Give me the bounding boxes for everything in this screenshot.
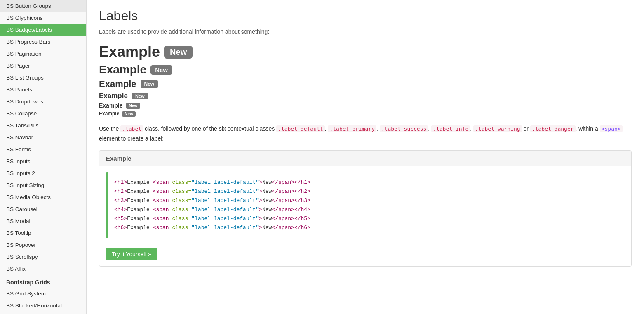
example-h3-text: Example <box>99 79 136 89</box>
sidebar-item-bs-pagination[interactable]: BS Pagination <box>0 48 86 60</box>
sidebar-item-bs-dropdowns[interactable]: BS Dropdowns <box>0 96 86 108</box>
sidebar: BS Button GroupsBS GlyphiconsBS Badges/L… <box>0 0 87 314</box>
example-h1: Example New <box>99 43 632 61</box>
sidebar-item-bs-stacked/horizontal[interactable]: BS Stacked/Horizontal <box>0 300 86 312</box>
code-line-6: <h6>Example <span class="label label-def… <box>114 223 618 232</box>
label-success-code: .label-success <box>380 125 428 132</box>
sidebar-item-bs-grid-small[interactable]: BS Grid Small <box>0 312 86 314</box>
sidebar-item-bs-badges/labels[interactable]: BS Badges/Labels <box>0 24 86 36</box>
sidebar-item-bs-forms[interactable]: BS Forms <box>0 143 86 155</box>
example-h1-text: Example <box>99 43 160 61</box>
description-paragraph: Use the .label class, followed by one of… <box>99 124 632 144</box>
sidebar-item-bs-affix[interactable]: BS Affix <box>0 263 86 275</box>
code-example-box: Example <h1>Example <span class="label l… <box>99 150 632 267</box>
label-h5: New <box>126 103 141 109</box>
sidebar-item-bs-collapse[interactable]: BS Collapse <box>0 108 86 120</box>
example-h6: Example New <box>99 111 632 117</box>
label-default-code: .label-default <box>276 125 325 132</box>
sidebar-item-bs-input-sizing[interactable]: BS Input Sizing <box>0 179 86 191</box>
code-line-1: <h1>Example <span class="label label-def… <box>114 178 618 187</box>
sidebar-item-bs-grid-system[interactable]: BS Grid System <box>0 288 86 300</box>
sidebar-item-bs-tooltip[interactable]: BS Tooltip <box>0 227 86 239</box>
example-h5-text: Example <box>99 102 123 109</box>
label-primary-code: .label-primary <box>328 125 376 132</box>
code-line-5: <h5>Example <span class="label label-def… <box>114 214 618 223</box>
span-tag-code: <span> <box>600 125 623 132</box>
sidebar-item-bs-glyphicons[interactable]: BS Glyphicons <box>0 12 86 24</box>
sidebar-item-bs-carousel[interactable]: BS Carousel <box>0 203 86 215</box>
sidebar-item-bs-pager[interactable]: BS Pager <box>0 60 86 72</box>
label-class-code: .label <box>120 125 143 132</box>
sidebar-item-bs-tabs/pills[interactable]: BS Tabs/Pills <box>0 120 86 131</box>
code-line-2: <h2>Example <span class="label label-def… <box>114 187 618 196</box>
sidebar-item-bs-navbar[interactable]: BS Navbar <box>0 131 86 143</box>
sidebar-item-bs-modal[interactable]: BS Modal <box>0 215 86 227</box>
try-it-yourself-button[interactable]: Try it Yourself » <box>106 248 157 260</box>
sidebar-item-bs-button-groups[interactable]: BS Button Groups <box>0 0 86 12</box>
sidebar-item-bs-popover[interactable]: BS Popover <box>0 239 86 251</box>
sidebar-item-bs-list-groups[interactable]: BS List Groups <box>0 72 86 84</box>
label-h1: New <box>164 46 193 59</box>
example-h4: Example New <box>99 92 632 100</box>
example-h2: Example New <box>99 63 632 76</box>
example-box-header: Example <box>99 151 631 166</box>
label-h4: New <box>132 93 148 99</box>
code-block: <h1>Example <span class="label label-def… <box>106 172 625 239</box>
example-h4-text: Example <box>99 92 128 100</box>
sidebar-item-bs-media-objects[interactable]: BS Media Objects <box>0 191 86 203</box>
sidebar-section-grids: Bootstrap Grids <box>0 275 86 288</box>
example-h2-text: Example <box>99 63 146 76</box>
code-line-4: <h4>Example <span class="label label-def… <box>114 205 618 214</box>
label-h2: New <box>150 65 172 75</box>
sidebar-item-bs-scrollspy[interactable]: BS Scrollspy <box>0 251 86 263</box>
label-info-code: .label-info <box>431 125 470 132</box>
label-warning-code: .label-warning <box>473 125 522 132</box>
main-content: Labels Labels are used to provide additi… <box>87 0 644 314</box>
label-danger-code: .label-danger <box>530 125 576 132</box>
example-h6-text: Example <box>99 111 119 117</box>
page-subtitle: Labels are used to provide additional in… <box>99 28 632 35</box>
sidebar-item-bs-inputs[interactable]: BS Inputs <box>0 155 86 167</box>
label-h3: New <box>141 80 158 88</box>
sidebar-item-bs-panels[interactable]: BS Panels <box>0 84 86 96</box>
page-title: Labels <box>99 8 632 23</box>
sidebar-item-bs-progress-bars[interactable]: BS Progress Bars <box>0 36 86 48</box>
example-h5: Example New <box>99 102 632 109</box>
code-line-3: <h3>Example <span class="label label-def… <box>114 196 618 205</box>
label-h6: New <box>122 111 136 117</box>
sidebar-item-bs-inputs-2[interactable]: BS Inputs 2 <box>0 167 86 179</box>
example-h3: Example New <box>99 79 632 89</box>
